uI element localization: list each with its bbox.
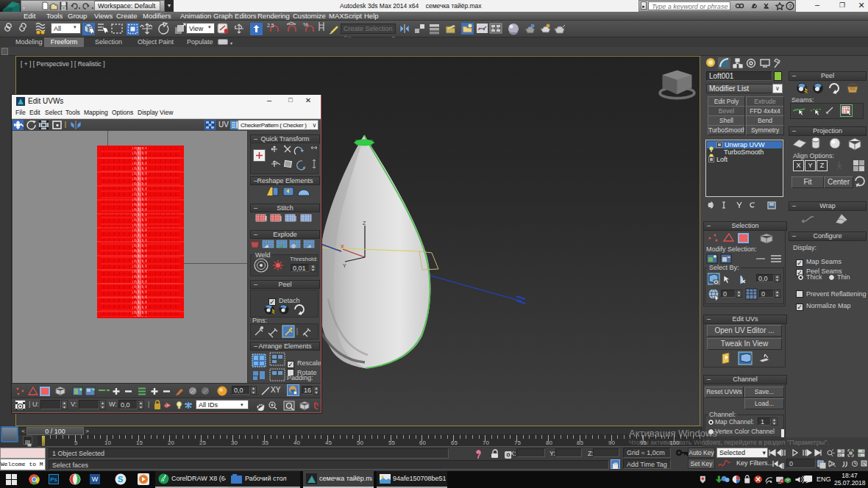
svg-text:S: S <box>118 475 123 484</box>
svg-text:%: % <box>303 21 308 28</box>
svg-text:2.5: 2.5 <box>267 23 274 28</box>
svg-text:Y: Y <box>343 263 346 268</box>
svg-text:Z: Z <box>363 220 366 226</box>
svg-text:?: ? <box>789 3 792 10</box>
